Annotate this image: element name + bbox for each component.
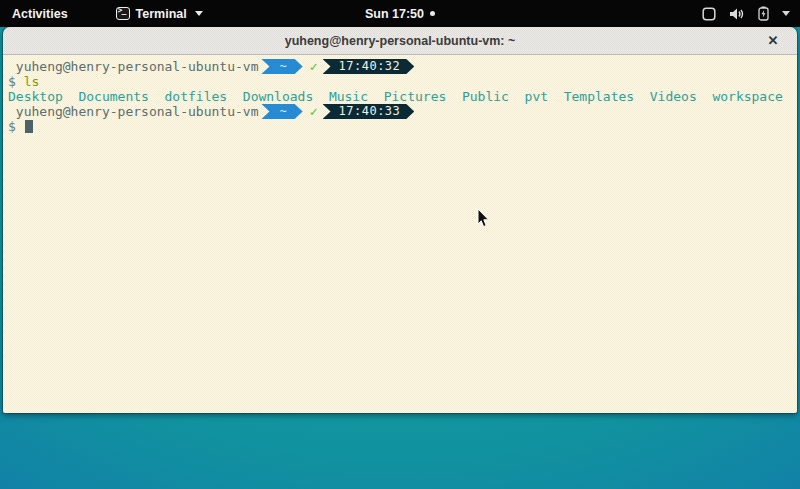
battery-charging-icon [758,6,769,21]
terminal-content[interactable]: yuheng@henry-personal-ubuntu-vm ~ ✓ 17:4… [3,55,797,413]
prompt-status-check: ✓ [303,104,323,119]
clock-label[interactable]: Sun 17:50 [365,7,424,21]
top-bar: Activities >_ Terminal Sun 17:50 [0,0,800,27]
terminal-app-icon: >_ [116,7,130,20]
window-title: yuheng@henry-personal-ubuntu-vm: ~ [285,34,516,48]
app-menu-terminal[interactable]: >_ Terminal [108,0,211,27]
notification-dot [430,11,435,16]
prompt-line-1: yuheng@henry-personal-ubuntu-vm ~ ✓ 17:4… [8,59,793,74]
activities-button[interactable]: Activities [0,0,80,27]
display-icon [702,7,716,21]
text-cursor [25,120,33,133]
command-line: $ ls [8,74,793,89]
terminal-window: yuheng@henry-personal-ubuntu-vm: ~ ✕ yuh… [3,27,797,413]
typed-command: ls [24,74,40,89]
app-menu-label: Terminal [136,7,187,21]
ls-output: Desktop Documents dotfiles Downloads Mus… [8,89,793,104]
input-line[interactable]: $ [8,119,793,134]
status-tray[interactable] [702,0,794,27]
prompt-symbol: $ [8,74,16,89]
window-titlebar[interactable]: yuheng@henry-personal-ubuntu-vm: ~ ✕ [3,27,797,55]
prompt-host: yuheng@henry-personal-ubuntu-vm [8,59,258,74]
prompt-cwd-segment: ~ [261,104,302,119]
volume-icon [729,7,745,21]
system-menu-chevron-icon [782,11,790,16]
prompt-time-segment: 17:40:32 [323,59,415,74]
prompt-line-2: yuheng@henry-personal-ubuntu-vm ~ ✓ 17:4… [8,104,793,119]
chevron-down-icon [195,11,203,16]
prompt-host: yuheng@henry-personal-ubuntu-vm [8,104,258,119]
prompt-time-segment: 17:40:33 [323,104,415,119]
mouse-cursor [477,209,490,228]
prompt-symbol: $ [8,119,16,134]
prompt-status-check: ✓ [303,59,323,74]
prompt-cwd-segment: ~ [261,59,302,74]
close-button[interactable]: ✕ [763,31,783,51]
